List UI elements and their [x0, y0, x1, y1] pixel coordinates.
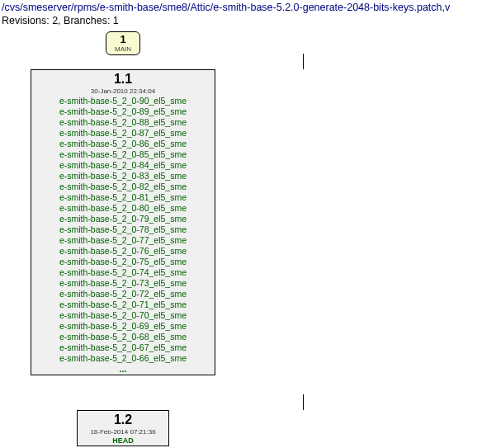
revision-meta: Revisions: 2, Branches: 1: [2, 15, 482, 26]
revision-tag: e-smith-base-5_2_0-76_el5_sme: [31, 246, 215, 257]
revision-tags-more: ...: [31, 364, 215, 375]
revision-tag: e-smith-base-5_2_0-71_el5_sme: [31, 299, 215, 310]
revision-tag: e-smith-base-5_2_0-74_el5_sme: [31, 267, 215, 278]
revision-head-tag: HEAD: [78, 436, 168, 446]
revision-tag: e-smith-base-5_2_0-82_el5_sme: [31, 182, 215, 192]
revision-tag: e-smith-base-5_2_0-88_el5_sme: [31, 117, 215, 128]
branch-box-main[interactable]: 1 MAIN: [106, 31, 140, 55]
revision-tag: e-smith-base-5_2_0-86_el5_sme: [31, 139, 215, 149]
revision-tag: e-smith-base-5_2_0-85_el5_sme: [31, 149, 215, 160]
revision-tag: e-smith-base-5_2_0-67_el5_sme: [31, 342, 215, 353]
revision-tag: e-smith-base-5_2_0-80_el5_sme: [31, 203, 215, 214]
revision-tag: e-smith-base-5_2_0-73_el5_sme: [31, 278, 215, 289]
revisions-value: 2,: [52, 15, 60, 26]
revision-tag: e-smith-base-5_2_0-68_el5_sme: [31, 332, 215, 342]
revisions-label: Revisions:: [2, 15, 50, 26]
revision-date: 18-Feb-2014 07:21:36: [78, 428, 168, 436]
revision-graph: 1 MAIN 1.1 30-Jan-2010 22:34:04 e-smith-…: [2, 31, 482, 448]
revision-tag: e-smith-base-5_2_0-90_el5_sme: [31, 96, 215, 106]
revision-tag: e-smith-base-5_2_0-87_el5_sme: [31, 128, 215, 139]
connector-line: [303, 54, 304, 69]
revision-date: 30-Jan-2010 22:34:04: [31, 87, 215, 96]
revision-tag: e-smith-base-5_2_0-89_el5_sme: [31, 106, 215, 117]
branches-label: Branches:: [64, 15, 110, 26]
revision-tags: e-smith-base-5_2_0-90_el5_smee-smith-bas…: [31, 96, 215, 364]
revision-tag: e-smith-base-5_2_0-72_el5_sme: [31, 289, 215, 299]
revision-tag: e-smith-base-5_2_0-70_el5_sme: [31, 310, 215, 321]
revision-box-1-1[interactable]: 1.1 30-Jan-2010 22:34:04 e-smith-base-5_…: [31, 69, 215, 375]
revision-box-1-2[interactable]: 1.2 18-Feb-2014 07:21:36 HEAD: [77, 410, 169, 446]
revision-tag: e-smith-base-5_2_0-77_el5_sme: [31, 235, 215, 246]
branch-number: 1: [106, 32, 139, 45]
revision-tag: e-smith-base-5_2_0-75_el5_sme: [31, 257, 215, 267]
branches-value: 1: [113, 15, 119, 26]
revision-tag: e-smith-base-5_2_0-78_el5_sme: [31, 224, 215, 235]
revision-tag: e-smith-base-5_2_0-69_el5_sme: [31, 321, 215, 332]
revision-tag: e-smith-base-5_2_0-81_el5_sme: [31, 192, 215, 203]
revision-number: 1.2: [78, 411, 168, 428]
connector-line: [303, 394, 304, 410]
revision-tag: e-smith-base-5_2_0-79_el5_sme: [31, 214, 215, 224]
revision-tag: e-smith-base-5_2_0-84_el5_sme: [31, 160, 215, 171]
revision-number: 1.1: [31, 70, 215, 87]
branch-name: MAIN: [106, 45, 139, 54]
revision-tag: e-smith-base-5_2_0-66_el5_sme: [31, 353, 215, 364]
file-path: /cvs/smeserver/rpms/e-smith-base/sme8/At…: [2, 2, 482, 13]
revision-tag: e-smith-base-5_2_0-83_el5_sme: [31, 171, 215, 182]
